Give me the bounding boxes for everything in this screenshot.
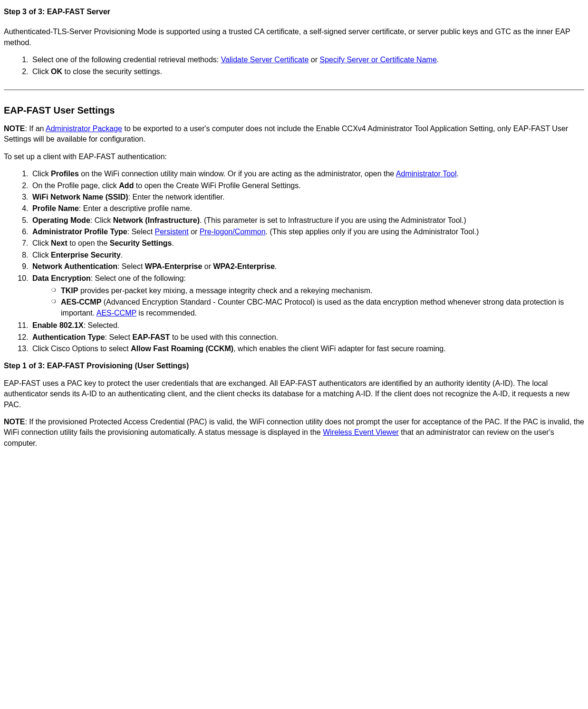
list-item: Data Encryption: Select one of the follo…	[30, 273, 584, 319]
list-item: TKIP provides per-packet key mixing, a m…	[51, 286, 584, 296]
text: : Select one of the following:	[91, 274, 186, 282]
security-settings-label: Security Settings	[110, 239, 172, 247]
text: or	[189, 228, 200, 236]
divider	[4, 89, 584, 90]
setup-intro: To set up a client with EAP-FAST authent…	[4, 152, 584, 162]
text: on the WiFi connection utility main wind…	[79, 170, 396, 178]
text: provides per-packet key mixing, a messag…	[78, 287, 372, 295]
text: : Enter a descriptive profile name.	[79, 204, 192, 212]
text: Click Cisco Options to select	[32, 345, 131, 353]
list-item: Click Cisco Options to select Allow Fast…	[30, 344, 584, 354]
text: or	[308, 56, 319, 64]
note-label: NOTE	[4, 418, 25, 426]
enable-8021x-label: Enable 802.1X	[32, 321, 84, 329]
link-prelogon-common[interactable]: Pre-logon/Common	[200, 228, 266, 236]
text: or	[202, 262, 213, 270]
text: On the Profile page, click	[32, 182, 119, 190]
step3-list: Select one of the following credential r…	[4, 55, 584, 77]
list-item: Administrator Profile Type: Select Persi…	[30, 227, 584, 237]
text: .	[172, 239, 174, 247]
text: : Select	[127, 228, 155, 236]
link-validate-server-cert[interactable]: Validate Server Certificate	[221, 56, 309, 64]
text: . (This parameter is set to Infrastructu…	[200, 216, 466, 224]
data-encryption-label: Data Encryption	[32, 274, 91, 282]
list-item: Click Next to open the Security Settings…	[30, 238, 584, 249]
link-persistent[interactable]: Persistent	[155, 228, 189, 236]
text: Click	[32, 170, 51, 178]
link-specify-server-cert-name[interactable]: Specify Server or Certificate Name	[319, 56, 436, 64]
text: Click	[32, 67, 51, 76]
text: : Click	[90, 216, 113, 224]
link-aes-ccmp[interactable]: AES-CCMP	[96, 309, 136, 317]
link-admin-tool[interactable]: Administrator Tool	[396, 170, 457, 178]
note-label: NOTE	[4, 125, 25, 133]
link-admin-package[interactable]: Administrator Package	[46, 125, 122, 133]
list-item: On the Profile page, click Add to open t…	[30, 181, 584, 191]
text: : Selected.	[84, 321, 120, 329]
step3-item-1: Select one of the following credential r…	[30, 55, 584, 65]
list-item: Network Authentication: Select WPA-Enter…	[30, 261, 584, 272]
list-item: Profile Name: Enter a descriptive profil…	[30, 203, 584, 214]
text: .	[437, 56, 439, 64]
list-item: Enable 802.1X: Selected.	[30, 320, 584, 331]
operating-mode-label: Operating Mode	[32, 216, 90, 224]
encryption-sublist: TKIP provides per-packet key mixing, a m…	[32, 286, 584, 318]
step3-item-2: Click OK to close the security settings.	[30, 67, 584, 77]
user-note: NOTE: If an Administrator Package to be …	[4, 124, 584, 145]
ssid-label: WiFi Network Name (SSID)	[32, 193, 128, 201]
text: : Select	[117, 262, 145, 270]
eap-fast-label: EAP-FAST	[132, 333, 170, 341]
list-item: WiFi Network Name (SSID): Enter the netw…	[30, 192, 584, 202]
list-item: Operating Mode: Click Network (Infrastru…	[30, 215, 584, 226]
text: to be used with this connection.	[170, 333, 279, 341]
text: : Enter the network identifier.	[128, 193, 225, 201]
step3-intro: Authenticated-TLS-Server Provisioning Mo…	[4, 27, 584, 48]
next-label: Next	[51, 239, 67, 247]
text: .	[457, 170, 459, 178]
provisioning-title: Step 1 of 3: EAP-FAST Provisioning (User…	[4, 361, 584, 371]
list-item: AES-CCMP (Advanced Encryption Standard -…	[51, 297, 584, 318]
auth-type-label: Authentication Type	[32, 333, 105, 341]
profile-name-label: Profile Name	[32, 204, 79, 212]
text: : If an	[25, 125, 46, 133]
text: . (This step applies only if you are usi…	[266, 228, 479, 236]
provisioning-para1: EAP-FAST uses a PAC key to protect the u…	[4, 378, 584, 410]
add-label: Add	[119, 182, 134, 190]
cckm-label: Allow Fast Roaming (CCKM)	[131, 345, 233, 353]
text: Select one of the following credential r…	[32, 56, 221, 64]
text: Click	[32, 239, 51, 247]
profiles-label: Profiles	[51, 170, 79, 178]
tkip-label: TKIP	[61, 287, 78, 295]
text: to open the	[67, 239, 110, 247]
aes-ccmp-label: AES-CCMP	[61, 298, 101, 306]
text: : Select	[105, 333, 133, 341]
list-item: Authentication Type: Select EAP-FAST to …	[30, 332, 584, 343]
text: to open the Create WiFi Profile General …	[134, 182, 300, 190]
user-steps-list: Click Profiles on the WiFi connection ut…	[4, 169, 584, 354]
link-wireless-event-viewer[interactable]: Wireless Event Viewer	[323, 428, 399, 436]
network-infra-label: Network (Infrastructure)	[113, 216, 200, 224]
ok-label: OK	[51, 67, 62, 76]
text: to close the security settings.	[62, 67, 162, 76]
admin-profile-type-label: Administrator Profile Type	[32, 228, 127, 236]
user-settings-heading: EAP-FAST User Settings	[4, 104, 584, 117]
step3-title: Step 3 of 3: EAP-FAST Server	[4, 7, 584, 17]
list-item: Click Enterprise Security.	[30, 250, 584, 260]
provisioning-note: NOTE: If the provisioned Protected Acces…	[4, 417, 584, 449]
text: .	[275, 262, 277, 270]
text: .	[121, 251, 123, 259]
list-item: Click Profiles on the WiFi connection ut…	[30, 169, 584, 179]
network-auth-label: Network Authentication	[32, 262, 117, 270]
text: , which enables the client WiFi adapter …	[233, 345, 445, 353]
text: is recommended.	[136, 309, 197, 317]
wpa-enterprise-label: WPA-Enterprise	[145, 262, 202, 270]
enterprise-security-label: Enterprise Security	[51, 251, 121, 259]
text: Click	[32, 251, 51, 259]
wpa2-enterprise-label: WPA2-Enterprise	[213, 262, 275, 270]
